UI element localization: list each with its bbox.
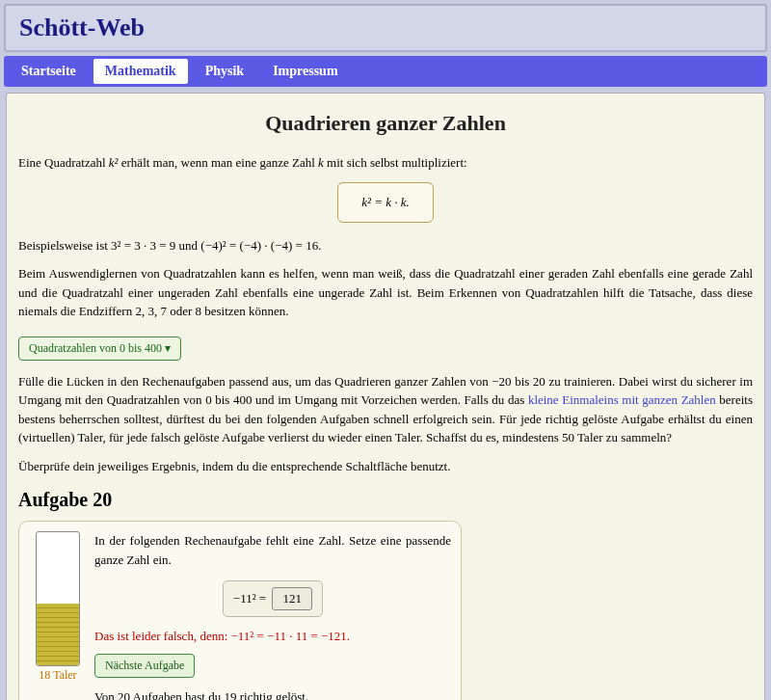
instructions-paragraph: Fülle die Lücken in den Rechen­auf­gaben… [18,372,753,447]
progress-text: Von 20 Aufgaben hast du 19 richtig gelös… [94,687,451,700]
nav-startseite[interactable]: Startseite [10,59,88,84]
example-math: 3² = 3 · 3 = 9 und (−4)² = (−4) · (−4) =… [111,238,321,253]
next-exercise-button[interactable]: Nächste Aufgabe [94,654,195,678]
intro-tail: mit sich selbst multipliziert: [324,155,467,170]
answer-input[interactable] [272,587,312,610]
example-pre: Beispielsweise ist [18,238,111,253]
nav-physik[interactable]: Physik [194,59,255,84]
coin-column: 18 Taler [29,531,87,700]
feedback-text: Das ist leider falsch, denn: −11² = −11 … [94,629,451,644]
nav-bar: Startseite Mathematik Physik Impressum [4,56,767,87]
content-area: Quadrieren ganzer Zahlen Eine Quadratzah… [6,93,765,700]
nav-mathematik[interactable]: Mathematik [93,59,188,84]
exercise-card: 18 Taler In der folgenden Rechen­aufgabe… [18,521,462,700]
site-title: Schött-Web [19,13,752,42]
intro-paragraph: Eine Quadratzahl k² erhält man, wenn man… [18,153,753,173]
var-k2: k² [109,155,119,170]
calc-row: −11² = [94,580,451,617]
exercise-prompt: In der folgenden Rechen­aufgabe fehlt ei… [94,531,451,569]
formula-text: k² = k · k. [361,195,409,209]
einmaleins-link[interactable]: kleine Ein­mal­eins mit ganzen Zahlen [528,392,716,407]
formula-box: k² = k · k. [337,182,433,223]
coin-stack-icon [37,604,79,665]
coin-cylinder [36,531,80,666]
calc-lhs: −11² = [233,591,266,606]
example-paragraph: Beispielsweise ist 3² = 3 · 3 = 9 und (−… [18,236,753,256]
calc-box: −11² = [223,580,323,617]
page-title: Quadrieren ganzer Zahlen [18,111,753,136]
nav-impressum[interactable]: Impressum [261,59,349,84]
check-paragraph: Über­prüfe dein jeweiliges Ergebnis, ind… [18,457,753,476]
header-band: Schött-Web [4,4,767,52]
memorize-paragraph: Beim Aus­wen­dig­ler­nen von Qua­drat­za… [18,264,753,321]
exercise-heading: Aufgabe 20 [18,489,753,511]
intro-pre: Eine Quadratzahl [18,155,109,170]
coin-label: 18 Taler [29,668,87,683]
squares-table-toggle[interactable]: Quadratzahlen von 0 bis 400 ▾ [18,337,181,361]
intro-post: erhält man, wenn man eine ganze Zahl [119,155,319,170]
